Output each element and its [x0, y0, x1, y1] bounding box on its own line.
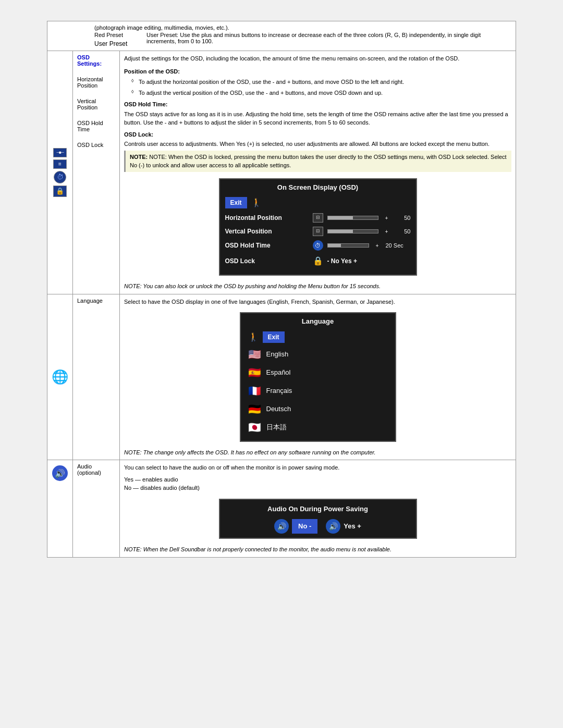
lang-exit-btn[interactable]: Exit [263, 331, 285, 343]
osd-bottom-note: NOTE: You can also lock or unlock the OS… [124, 282, 511, 291]
flag-es: 🇪🇸 [248, 365, 261, 380]
osd-lock-row: OSD Lock 🔒 - No Yes + [225, 255, 411, 267]
audio-yes-btn[interactable]: Yes + [344, 521, 361, 532]
page-container: (photograph image editing, multimedia, m… [47, 21, 516, 558]
language-label: Language [77, 298, 115, 304]
audio-speaker-icon: 🔊 [52, 465, 68, 481]
lang-item-espanol: 🇪🇸 Español [248, 365, 388, 380]
osd-lock-options: - No Yes + [327, 256, 357, 266]
osd-display-box: On Screen Display (OSD) Exit 🚶 Horizonta… [219, 178, 417, 276]
osd-horizontal-row: Horizontal Position ⊟ + 50 [225, 213, 411, 223]
osd-hold-plus: + [373, 242, 382, 250]
osd-settings-row: ─■─ ≡ ⏱ 🔒 OSD Settings: Horizontal Posit… [47, 51, 516, 294]
lang-exit-icon: 🚶 [248, 331, 259, 343]
flag-fr: 🇫🇷 [248, 383, 261, 399]
hold-time-icon: ⏱ [54, 171, 66, 183]
lang-display-box: Language 🚶 Exit 🇺🇸 English 🇪🇸 Español [240, 312, 396, 442]
osd-horizontal-value: 50 [395, 214, 411, 223]
osd-vertical-icon: ⊟ [313, 227, 323, 236]
lang-exit-row: 🚶 Exit [248, 331, 388, 343]
top-note-text: (photograph image editing, multimedia, m… [94, 24, 510, 31]
lang-deutsch: Deutsch [266, 404, 291, 414]
audio-content: You can select to have the audio on or o… [120, 460, 516, 558]
osd-horizontal-label: Horizontal Position [225, 213, 309, 223]
osd-vertical-slider[interactable] [327, 229, 378, 233]
language-content: Select to have the OSD display in one of… [120, 294, 516, 460]
lang-espanol: Español [266, 367, 291, 378]
lang-francais: Français [266, 386, 292, 396]
osd-h-plus: + [383, 214, 391, 222]
language-icon-cell: 🌐 [47, 294, 73, 460]
osd-vertical-label: Vertcal Position [225, 227, 309, 236]
vertical-pos-icon: ≡ [53, 159, 67, 169]
audio-options-row: 🔊 No - 🔊 Yes + [227, 519, 409, 534]
osd-horizontal-slider[interactable] [327, 216, 378, 220]
lang-item-francais: 🇫🇷 Français [248, 383, 388, 399]
osd-hold-value: 20 Sec [386, 241, 403, 250]
osd-settings-label-cell: OSD Settings: Horizontal Position Vertic… [73, 51, 120, 294]
audio-display-box: Audio On During Power Saving 🔊 No - 🔊 [219, 499, 417, 539]
language-label-cell: Language [73, 294, 120, 460]
audio-no-icon: 🔊 [274, 519, 289, 534]
vertical-desc: To adjust the vertical position of the O… [132, 89, 511, 97]
language-row: 🌐 Language Select to have the OSD displa… [47, 294, 516, 460]
osd-lock-label-side: OSD Lock [77, 142, 115, 148]
osd-clock-icon: ⏱ [313, 240, 323, 251]
globe-icon: 🌐 [52, 369, 68, 385]
osd-vertical-value: 50 [395, 227, 411, 236]
audio-row: 🔊 Audio (optional) You can select to hav… [47, 460, 516, 558]
lock-desc: Controls user access to adjustments. Whe… [124, 140, 511, 149]
audio-intro: You can select to have the audio on or o… [124, 463, 511, 472]
audio-no-desc: No — disables audio (default) [124, 484, 511, 492]
osd-exit-row: Exit 🚶 [225, 196, 411, 209]
audio-label: Audio (optional) [77, 463, 115, 476]
vertical-position-label: Vertical Position [77, 98, 115, 110]
audio-bottom-note: NOTE: When the Dell Soundbar is not prop… [124, 545, 511, 554]
osd-settings-intro: Adjust the settings for the OSD, includi… [124, 54, 511, 63]
flag-jp: 🇯🇵 [248, 419, 261, 435]
flag-de: 🇩🇪 [248, 401, 261, 417]
audio-yes-icon: 🔊 [326, 519, 340, 534]
osd-v-plus: + [383, 228, 391, 236]
red-preset-label: Red Preset [94, 32, 136, 38]
osd-horizontal-icon: ⊟ [313, 213, 323, 223]
position-header: Position of the OSD: [124, 68, 180, 75]
lang-item-deutsch: 🇩🇪 Deutsch [248, 401, 388, 417]
osd-hold-label: OSD Hold Time [225, 241, 309, 250]
user-preset-label: User Preset [94, 40, 136, 47]
osd-settings-label: OSD Settings: [77, 54, 115, 67]
user-preset-desc: User Preset: Use the plus and minus butt… [146, 32, 510, 44]
audio-yes-option: 🔊 Yes + [326, 519, 361, 534]
language-bottom-note: NOTE: The change only affects the OSD. I… [124, 448, 511, 457]
horizontal-position-label: Horizontal Position [77, 76, 115, 89]
lock-note-text: NOTE: When the OSD is locked, pressing t… [130, 154, 507, 169]
audio-no-btn[interactable]: No - [292, 519, 317, 534]
horizontal-desc: To adjust the horizontal position of the… [132, 78, 511, 87]
osd-lock-label: OSD Lock [225, 256, 309, 266]
osd-display-title: On Screen Display (OSD) [225, 182, 411, 193]
lang-english: English [266, 349, 289, 360]
osd-hold-time-label-side: OSD Hold Time [77, 120, 115, 132]
audio-yes-desc: Yes — enables audio [124, 475, 511, 484]
osd-settings-content: Adjust the settings for the OSD, includi… [120, 51, 516, 294]
horizontal-pos-icon: ─■─ [53, 148, 67, 157]
hold-time-desc: The OSD stays active for as long as it i… [124, 110, 511, 127]
audio-label-cell: Audio (optional) [73, 460, 120, 558]
top-note-row: (photograph image editing, multimedia, m… [47, 21, 516, 51]
main-table: (photograph image editing, multimedia, m… [47, 21, 516, 558]
audio-no-option: 🔊 No - [274, 519, 317, 534]
lang-item-japanese: 🇯🇵 日本語 [248, 419, 388, 435]
language-intro: Select to have the OSD display in one of… [124, 298, 511, 306]
osd-hold-slider[interactable] [327, 243, 369, 248]
lock-note: NOTE: NOTE: When the OSD is locked, pres… [124, 151, 511, 172]
hold-time-header: OSD Hold Time: [124, 101, 168, 107]
lang-japanese: 日本語 [266, 422, 287, 433]
flag-us: 🇺🇸 [248, 347, 261, 362]
lock-header: OSD Lock: [124, 131, 153, 138]
osd-exit-btn[interactable]: Exit [225, 197, 247, 208]
osd-vertical-row: Vertcal Position ⊟ + 50 [225, 227, 411, 236]
osd-icon-stack: ─■─ ≡ ⏱ 🔒 [52, 146, 68, 199]
vertical-bullet-list: To adjust the vertical position of the O… [132, 89, 511, 97]
lock-icon: 🔒 [53, 186, 67, 197]
horizontal-bullet-list: To adjust the horizontal position of the… [132, 78, 511, 87]
